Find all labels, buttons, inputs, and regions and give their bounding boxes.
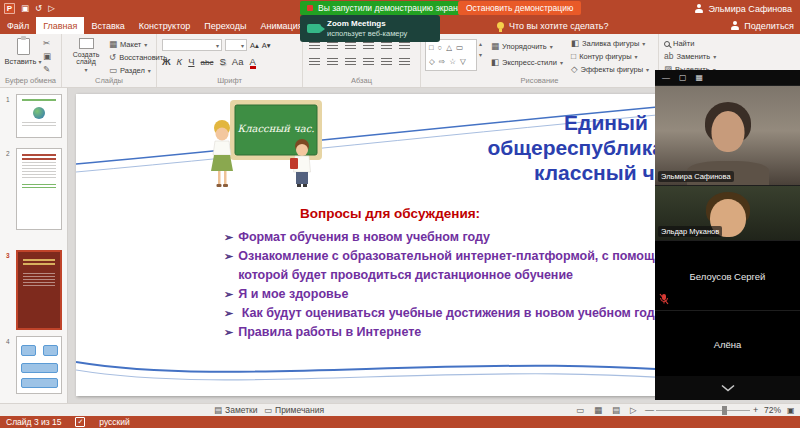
bullet-item: ➢ Как будут оцениваться учебные достижен…	[224, 304, 702, 323]
cut-icon[interactable]: ✂	[43, 39, 51, 48]
format-painter-icon[interactable]: ✎	[43, 65, 51, 74]
new-slide-button[interactable]: Создать слайд ▾	[65, 38, 107, 73]
slide-bullet-list[interactable]: ➢Формат обучения в новом учебном году ➢О…	[224, 228, 702, 342]
shape-outline-icon: □	[571, 52, 576, 61]
strikethrough-button[interactable]: abc	[201, 58, 214, 67]
copy-icon[interactable]: ▣	[43, 52, 51, 61]
powerpoint-window: P ▣ ↺ ▷ Эльмира Сафинова Файл Главная Вс…	[0, 0, 800, 428]
normal-view-button[interactable]: ▭	[576, 405, 584, 415]
share-button[interactable]: Поделиться	[730, 17, 794, 34]
shape-fill-button[interactable]: ◧Заливка фигуры▾	[571, 39, 649, 48]
participant-video-tile[interactable]: Эльмира Сафинова	[655, 85, 800, 185]
participant-video-tile[interactable]: Эльдар Муканов	[655, 185, 800, 240]
slideshow-view-button[interactable]: ▷	[630, 405, 637, 415]
align-right-icon[interactable]	[345, 58, 356, 66]
zoom-percentage[interactable]: 72%	[764, 404, 781, 416]
slide-subtitle[interactable]: Вопросы для обсуждения:	[300, 206, 480, 221]
bold-button[interactable]: Ж	[162, 56, 171, 67]
align-left-icon[interactable]	[309, 58, 320, 66]
shapes-gallery[interactable]: □ ○ △ ▭ ◇ ⇨ ☆ ▽	[425, 39, 477, 71]
columns-icon[interactable]	[381, 58, 392, 66]
status-toolbar: ▤Заметки ▭Примечания ▭ ▦ ▤ ▷ — + 72% ▣	[0, 403, 800, 416]
shape-fill-icon: ◧	[571, 39, 579, 48]
zoom-slider-track[interactable]	[656, 410, 750, 411]
zoom-minimize-icon[interactable]: —	[662, 73, 670, 82]
comments-button[interactable]: ▭Примечания	[264, 404, 324, 416]
powerpoint-logo-icon: P	[4, 3, 15, 14]
tab-insert[interactable]: Вставка	[84, 17, 131, 34]
account-menu[interactable]: Эльмира Сафинова	[694, 0, 792, 17]
stop-share-button[interactable]: Остановить демонстрацию	[458, 1, 581, 15]
tab-transitions[interactable]: Переходы	[197, 17, 253, 34]
thumbnail-number: 1	[6, 96, 10, 103]
notes-icon: ▤	[214, 406, 222, 415]
quick-styles-icon: ◧	[491, 58, 499, 67]
replace-button[interactable]: abЗаменить▾	[664, 52, 716, 61]
lightbulb-icon	[497, 22, 504, 29]
save-icon[interactable]: ▣	[21, 2, 29, 15]
chevron-down-icon: ▾	[642, 40, 645, 47]
bullet-list-icon[interactable]	[309, 42, 320, 50]
arrange-icon: ▦	[491, 42, 499, 51]
shapes-scroll-up-icon[interactable]: ▴	[479, 40, 482, 47]
underline-button[interactable]: Ч	[188, 56, 194, 67]
find-button[interactable]: Найти	[664, 39, 716, 48]
slide-thumbnail-4[interactable]	[16, 336, 62, 394]
teacher-chalkboard-clipart[interactable]: Классный час.	[204, 98, 326, 194]
participant-tile-no-video[interactable]: Белоусов Сергей	[655, 240, 800, 310]
paste-button[interactable]: Вставить▾	[7, 38, 39, 66]
slide-canvas[interactable]: Классный час. Единый общереспубликанский…	[76, 94, 756, 396]
align-center-icon[interactable]	[327, 58, 338, 66]
share-person-icon	[730, 21, 739, 30]
chevron-down-icon	[720, 384, 736, 392]
text-direction-icon[interactable]	[399, 42, 410, 50]
quick-styles-button[interactable]: ◧Экспресс-стили▾	[491, 58, 563, 67]
shrink-font-button[interactable]: А▾	[262, 41, 271, 50]
indent-increase-icon[interactable]	[363, 42, 374, 50]
change-case-button[interactable]: Аа	[232, 56, 244, 67]
italic-button[interactable]: К	[177, 56, 183, 67]
zoom-gallery-view-icon[interactable]: ▦	[696, 73, 704, 82]
new-slide-icon	[79, 38, 94, 49]
chevron-down-icon: ▾	[38, 58, 41, 65]
zoom-out-button[interactable]: —	[645, 404, 654, 416]
tab-file[interactable]: Файл	[0, 17, 36, 34]
slide-thumbnail-1[interactable]	[16, 94, 62, 138]
smartart-convert-icon[interactable]	[399, 58, 410, 66]
zoom-fullscreen-icon[interactable]: ▢	[679, 73, 687, 82]
share-label: Поделиться	[744, 21, 794, 31]
slide-sorter-view-button[interactable]: ▦	[594, 405, 602, 415]
language-indicator[interactable]: русский	[99, 417, 130, 427]
tab-home[interactable]: Главная	[36, 17, 84, 34]
bullet-arrow-icon: ➢	[224, 323, 233, 342]
participant-tile-no-video[interactable]: Алёна	[655, 310, 800, 376]
justify-icon[interactable]	[363, 58, 374, 66]
slide-thumbnail-2[interactable]	[16, 148, 62, 230]
bullet-item: ➢Я и мое здоровье	[224, 285, 702, 304]
font-color-button[interactable]: А	[250, 57, 256, 69]
slides-group-label: Слайды	[62, 76, 156, 85]
slide-thumbnail-3-selected[interactable]	[16, 250, 62, 330]
grow-font-button[interactable]: А▴	[250, 41, 259, 50]
shape-effects-button[interactable]: ◇Эффекты фигуры▾	[571, 65, 649, 74]
undo-icon[interactable]: ↺	[35, 2, 42, 15]
text-shadow-button[interactable]: S	[219, 56, 225, 67]
reading-view-button[interactable]: ▤	[612, 405, 620, 415]
fit-slide-to-window-button[interactable]: ▣	[787, 404, 795, 416]
line-spacing-icon[interactable]	[381, 42, 392, 50]
indent-decrease-icon[interactable]	[345, 42, 356, 50]
shape-outline-button[interactable]: □Контур фигуры▾	[571, 52, 649, 61]
arrange-button[interactable]: ▦Упорядочить▾	[491, 42, 563, 51]
collapse-participants-button[interactable]	[655, 376, 800, 400]
numbered-list-icon[interactable]	[327, 42, 338, 50]
tell-me-search[interactable]: Что вы хотите сделать?	[497, 17, 609, 34]
spell-check-icon[interactable]: ✓	[75, 417, 85, 427]
shapes-scroll-down-icon[interactable]: ▾	[479, 51, 482, 58]
tab-design[interactable]: Конструктор	[132, 17, 197, 34]
notes-button[interactable]: ▤Заметки	[214, 404, 258, 416]
font-name-input[interactable]: ▾	[162, 39, 222, 51]
zoom-in-button[interactable]: +	[753, 404, 758, 416]
font-size-input[interactable]: ▾	[225, 39, 247, 51]
zoom-slider-handle[interactable]	[722, 406, 727, 415]
slideshow-from-start-icon[interactable]: ▷	[48, 2, 55, 15]
